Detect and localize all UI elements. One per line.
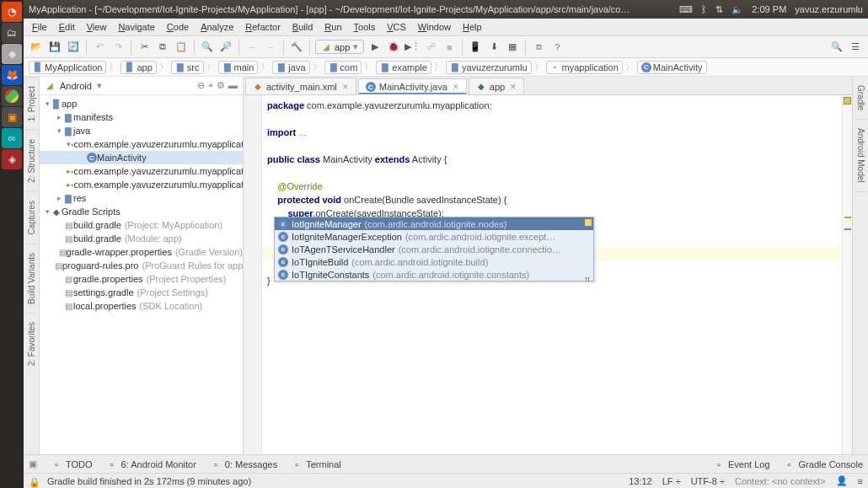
locate-icon[interactable]: ⌖ [208,80,213,91]
bottom-todo[interactable]: ▫TODO [51,459,93,470]
tree-com-example-yavuzerzurumlu-myapplication[interactable]: ▸▪ com.example.yavuzerzurumlu.myapplicat… [40,178,243,191]
tree-gradle-wrapper-properties[interactable]: ▤ gradle-wrapper.properties(Gradle Versi… [40,245,243,259]
tree-gradle-scripts[interactable]: ▾◆ Gradle Scripts [40,205,243,218]
tree-local-properties[interactable]: ▤ local.properties(SDK Location) [40,299,243,313]
project-view-label[interactable]: Android [60,81,92,91]
settings-icon[interactable]: ☰ [848,40,863,55]
completion-iotagentservicehandler[interactable]: cIoTAgenTServiceHandler (com.ardic.andro… [275,243,593,255]
indicator-network-icon[interactable]: ⇅ [715,4,723,15]
editor-tab-mainactivity-java[interactable]: CMainActivity.java✕ [358,78,467,95]
menu-refactor[interactable]: Refactor [240,22,286,32]
breadcrumb-yavuzerzurumlu[interactable]: ▇yavuzerzurumlu [446,61,532,74]
menu-analyze[interactable]: Analyze [196,22,238,32]
open-icon[interactable]: 📂 [29,40,44,55]
user-menu[interactable]: yavuz.erzurumlu [795,4,863,14]
indicator-sound-icon[interactable]: 🔈 [731,4,743,15]
bottom-6--android-monitor[interactable]: ▫6: Android Monitor [106,459,196,470]
redo-icon[interactable]: ↷ [110,40,126,55]
search-everywhere-icon[interactable]: 🔍 [829,40,844,55]
tree-settings-gradle[interactable]: ▤ settings.gradle(Project Settings) [40,286,243,299]
close-icon[interactable]: ✕ [342,83,349,91]
breadcrumb-myapplication[interactable]: ▪myapplication [546,61,623,74]
completion-iotigniteconstants[interactable]: cIoTIgniteConstants (com.ardic.android.i… [275,268,593,281]
run-icon[interactable]: ▶ [367,40,383,55]
tree-build-gradle[interactable]: ▤ build.gradle(Project: MyApplication) [40,218,243,232]
tool----structure[interactable]: 2: Structure [25,130,38,191]
memory-icon[interactable]: ≡ [858,476,863,486]
line-separator[interactable]: LF ÷ [662,476,681,486]
menu-tools[interactable]: Tools [349,22,381,32]
tree-java[interactable]: ▾▇ java [40,124,243,137]
files-icon[interactable]: 🗂 [2,23,22,43]
hide-icon[interactable]: ▬ [228,80,238,91]
avd-icon[interactable]: 📱 [468,40,483,55]
tree-gradle-properties[interactable]: ▤ gradle.properties(Project Properties) [40,272,243,286]
chevron-down-icon[interactable]: ▾ [97,80,102,91]
breadcrumb-java[interactable]: ▇java [272,61,309,74]
replace-icon[interactable]: 🔎 [218,40,233,55]
close-icon[interactable]: ✕ [453,83,459,91]
bottom-0--messages[interactable]: ▫0: Messages [210,459,277,470]
tree-com-example-yavuzerzurumlu-myapplication[interactable]: ▸▪ com.example.yavuzerzurumlu.myapplicat… [40,164,243,178]
breadcrumb-mainactivity[interactable]: CMainActivity [637,61,707,74]
breadcrumb-app[interactable]: ▉app [121,61,156,74]
sync-icon[interactable]: 🔄 [66,40,81,55]
autocomplete-popup[interactable]: cIotIgniteManager (com.ardic.android.iot… [274,217,594,282]
bottom-gradle-console[interactable]: ▫Gradle Console [784,459,863,470]
menu-edit[interactable]: Edit [54,22,80,32]
code-editor[interactable]: package com.example.yavuzerzurumlu.myapp… [244,95,852,454]
help-icon[interactable]: ? [549,40,565,55]
save-icon[interactable]: 💾 [47,40,62,55]
profile-icon[interactable]: ▶⋮ [405,40,420,55]
menu-view[interactable]: View [82,22,112,32]
layout-icon[interactable]: ▦ [505,40,520,55]
gear-icon[interactable]: ⚙ [217,80,225,91]
breadcrumb-com[interactable]: ▇com [324,61,362,74]
menu-code[interactable]: Code [162,22,194,32]
breadcrumb-main[interactable]: ▇main [218,61,259,74]
tool-captures[interactable]: Captures [25,191,38,244]
stop-icon[interactable]: ■ [442,40,457,55]
bulb-icon[interactable] [585,219,592,226]
menu-navigate[interactable]: Navigate [113,22,159,32]
tree-manifests[interactable]: ▸▇ manifests [40,110,243,124]
arduino-icon[interactable]: ∞ [2,128,22,148]
collapse-icon[interactable]: ⊖ [197,80,205,91]
menu-run[interactable]: Run [319,22,346,32]
breadcrumb-example[interactable]: ▇example [376,61,431,74]
menu-build[interactable]: Build [287,22,318,32]
breadcrumb-src[interactable]: ▇src [171,61,204,74]
chromium-icon[interactable] [2,86,22,106]
restore-layout-icon[interactable]: ▣ [29,459,37,469]
tool-gradle[interactable]: Gradle [855,77,867,120]
editor-tab-activity-main-xml[interactable]: ◆activity_main.xml✕ [245,78,356,94]
tree-res[interactable]: ▸▇ res [40,191,243,205]
completion-iotignitebuild[interactable]: cIoTIgniteBuild (com.ardic.android.iotig… [275,255,593,268]
tool----project[interactable]: 1: Project [25,77,38,130]
android-studio-icon[interactable]: ◆ [2,44,22,64]
project-tree[interactable]: ▾▉ app▸▇ manifests▾▇ java▾▪ com.example.… [40,95,243,454]
run-config-select[interactable]: ◢ app ▾ [315,40,364,54]
close-icon[interactable]: ✕ [510,83,517,91]
context-label[interactable]: Context: <no context> [735,476,826,486]
tool-android-model[interactable]: Android Model [855,120,867,191]
menu-window[interactable]: Window [413,22,456,32]
app2-icon[interactable]: ◈ [2,149,22,169]
completion-iotignitemanagerexception[interactable]: cIotIgniteManagerException (com.ardic.an… [275,230,593,243]
tree-proguard-rules-pro[interactable]: ▤ proguard-rules.pro(ProGuard Rules for … [40,259,243,272]
tool----favorites[interactable]: 2: Favorites [25,313,38,374]
tree-mainactivity[interactable]: C MainActivity [40,151,243,164]
debug-icon[interactable]: 🐞 [386,40,401,55]
resize-handle[interactable]: π [585,272,593,281]
menu-vcs[interactable]: VCS [382,22,411,32]
app-icon[interactable]: ▣ [2,107,22,127]
file-encoding[interactable]: UTF-8 ÷ [691,476,725,486]
ubuntu-dash-icon[interactable]: ◔ [2,2,22,22]
undo-icon[interactable]: ↶ [92,40,107,55]
back-icon[interactable]: ← [244,40,260,55]
cut-icon[interactable]: ✂ [137,40,152,55]
forward-icon[interactable]: → [263,40,278,55]
sdk-icon[interactable]: ⬇ [486,40,501,55]
tree-build-gradle[interactable]: ▤ build.gradle(Module: app) [40,232,243,245]
completion-iotignitemanager[interactable]: cIotIgniteManager (com.ardic.android.iot… [275,217,593,230]
